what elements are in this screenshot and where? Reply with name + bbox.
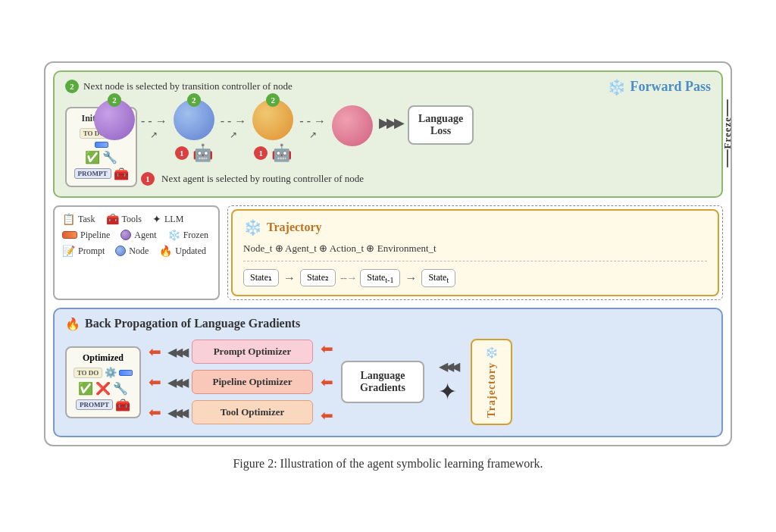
pipeline-optimizer-label: Pipeline Optimizer [212, 376, 292, 387]
state-t-box: Statet [421, 269, 455, 287]
state2-box: State₂ [300, 269, 336, 286]
legend-pipeline: Pipeline [62, 230, 110, 241]
robot-icon-3: 🤖 [271, 143, 292, 163]
state-arrow-1: → [283, 271, 296, 285]
legend-row-1: 📋 Task 🧰 Tools ✦ LLM [62, 213, 211, 226]
node-ball [115, 246, 126, 256]
traj-side-snowflake: ❄️ [485, 346, 498, 359]
traj-side-label: Trajectory [486, 362, 498, 418]
arrow-group-1: - - → ↗ [141, 114, 167, 141]
init-icons-row3: PROMPT 🧰 [73, 167, 130, 181]
flow-area: Initialized TO DO ⚙️ ✅ 🔧 PROMPT 🧰 [65, 99, 711, 167]
green-num-2: 2 [187, 93, 201, 107]
state1-box: State₁ [243, 269, 279, 286]
init-icons-row2: ✅ 🔧 [73, 150, 130, 164]
traj-snowflake-icon: ❄️ [243, 218, 262, 236]
forward-pass-title: Forward Pass [630, 79, 712, 95]
grad-arrow-top: ⬅ [321, 340, 333, 358]
dashed-right-3: - - → [299, 114, 326, 128]
grad-arrow-mid: ⬅ [321, 373, 333, 391]
node2-agent-row: 1 🤖 [175, 143, 213, 163]
lang-grad-label1: Language [353, 370, 412, 382]
node1-badge-wrap: 2 [94, 99, 135, 140]
legend-pipeline-label: Pipeline [80, 230, 110, 241]
backprop-content: Optimized TO DO ⚙️ ✅ ❌ 🔧 PROMPT 🧰 [65, 339, 711, 425]
language-loss-label: Language [418, 113, 463, 125]
prompt-legend-icon: 📝 [62, 245, 75, 258]
prompt-box: PROMPT [74, 168, 111, 179]
opt-connector [119, 370, 133, 376]
connector-bar [95, 142, 108, 148]
trajectory-title: Trajectory [267, 221, 322, 234]
optimizer-row-2: ⬅ ◀◀◀ Pipeline Optimizer [149, 370, 313, 394]
node2-badge-wrap: 2 [174, 99, 214, 140]
diag-arrow-2: ↗ [230, 130, 237, 141]
traj-formula-text: Node_t ⊕ Agent_t ⊕ Action_t ⊕ Environmen… [243, 243, 436, 254]
legend-agent: Agent [120, 230, 156, 241]
node2-group: 2 1 🤖 [174, 99, 214, 163]
arrow-group-3: - - → ↗ [299, 114, 326, 141]
legend-row-2: Pipeline Agent ❄️ Frozen [62, 229, 211, 242]
dashed-right-1: - - → [141, 114, 167, 128]
top-note-text: Next node is selected by transition cont… [83, 80, 293, 92]
triple-right-arrow-out: ▶▶▶ [379, 114, 402, 131]
opt-prompt-box: PROMPT [76, 399, 113, 410]
legend-tools-label: Tools [122, 214, 142, 225]
triple-left-3: ◀◀◀ [167, 405, 186, 420]
legend-agent-label: Agent [134, 230, 156, 241]
opt-x-icon: ❌ [95, 381, 111, 396]
frozen-icon: ❄️ [167, 229, 180, 242]
trajectory-box: ❄️ Trajectory Node_t ⊕ Agent_t ⊕ Action_… [231, 209, 719, 296]
pipeline-optimizer-box: Pipeline Optimizer [192, 370, 313, 394]
language-loss-label2: Loss [418, 125, 463, 137]
freeze-line [727, 99, 728, 117]
legend-frozen-label: Frozen [183, 230, 208, 241]
freeze-side: Freeze [721, 99, 734, 167]
fire-icon-bp: 🔥 [65, 317, 80, 331]
legend-tools: 🧰 Tools [106, 213, 142, 226]
figure-container: ❄️ Forward Pass 2 Next node is selected … [32, 49, 744, 483]
legend-task-label: Task [78, 214, 95, 225]
backprop-title: 🔥 Back Propagation of Language Gradients [65, 317, 711, 331]
legend-row-3: 📝 Prompt Node 🔥 Updated [62, 245, 211, 258]
node3-group: 2 1 🤖 [252, 99, 293, 163]
optimizers-col: ⬅ ◀◀◀ Prompt Optimizer ⬅ ◀◀◀ Pipeline Op… [149, 340, 313, 424]
language-loss-box: Language Loss [408, 105, 474, 145]
trajectory-header: ❄️ Trajectory [243, 218, 707, 236]
middle-section: 📋 Task 🧰 Tools ✦ LLM Pipeline [53, 205, 723, 300]
right-side-col: ◀◀◀ ✦ [438, 359, 457, 405]
bp-arrow-1: ⬅ [149, 343, 161, 361]
node3-badge-wrap: 2 [252, 99, 293, 140]
backprop-section: 🔥 Back Propagation of Language Gradients… [53, 308, 723, 437]
red-num-3: 1 [254, 146, 268, 160]
legend-llm-label: LLM [164, 214, 183, 225]
legend-task: 📋 Task [62, 213, 95, 226]
grad-arrow-bot: ⬅ [321, 406, 333, 424]
tools-legend-icon: 🧰 [106, 213, 119, 226]
state-dashed-arrow: - - → [340, 272, 355, 284]
robot-icon-2: 🤖 [192, 143, 213, 163]
opt-todo-note: TO DO [74, 368, 103, 378]
output-arrows: ▶▶▶ [379, 114, 402, 131]
traj-side-box: ❄️ Trajectory [471, 339, 512, 425]
legend-prompt-label: Prompt [78, 246, 105, 257]
pipeline-icon [62, 231, 77, 239]
legend-llm: ✦ LLM [152, 213, 183, 226]
bp-arrow-3: ⬅ [149, 403, 161, 421]
node4-circle [332, 105, 373, 146]
fire-legend-icon: 🔥 [159, 245, 172, 258]
trajectory-formula: Node_t ⊕ Agent_t ⊕ Action_t ⊕ Environmen… [243, 243, 707, 261]
bottom-label: 1 Next agent is selected by routing cont… [141, 172, 711, 186]
check-icon: ✅ [85, 150, 100, 164]
grad-arrows-col: ⬅ ⬅ ⬅ [321, 340, 333, 424]
node4-group [332, 99, 373, 146]
openai-logo: ✦ [438, 378, 457, 405]
legend-prompt: 📝 Prompt [62, 245, 105, 258]
arrow-group-2: - - → ↗ [221, 114, 247, 141]
opt-icons-row1: TO DO ⚙️ [73, 367, 133, 379]
opt-check-icon: ✅ [78, 381, 93, 396]
task-icon: 📋 [62, 213, 75, 226]
forward-pass-section: ❄️ Forward Pass 2 Next node is selected … [53, 70, 723, 198]
llm-icon: ✦ [152, 213, 161, 226]
backprop-title-text: Back Propagation of Language Gradients [85, 317, 300, 330]
